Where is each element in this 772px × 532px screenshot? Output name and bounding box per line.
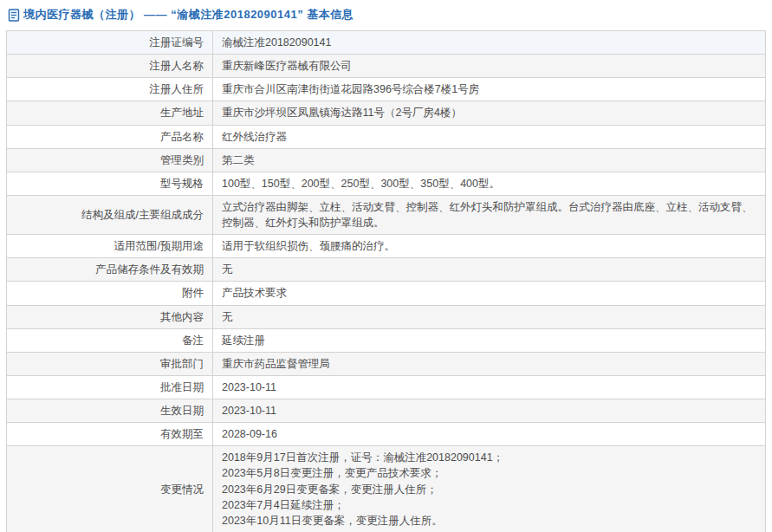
row-value: 延续注册 — [213, 328, 766, 352]
table-row: 批准日期2023-10-11 — [7, 375, 766, 399]
row-label: 备注 — [7, 328, 213, 352]
table-row: 生产地址重庆市沙坪坝区凤凰镇海达路11号（2号厂房4楼） — [7, 101, 766, 125]
row-value: 2028-09-16 — [213, 423, 766, 446]
page-title: 境内医疗器械（注册） —— “渝械注准20182090141” 基本信息 — [23, 7, 354, 23]
row-label: 审批部门 — [7, 352, 213, 375]
table-row: 产品名称红外线治疗器 — [7, 125, 766, 148]
table-row: 适用范围/预期用途适用于软组织损伤、颈腰痛的治疗。 — [7, 235, 766, 258]
row-label: 附件 — [7, 282, 213, 305]
row-label: 适用范围/预期用途 — [7, 235, 213, 258]
row-label: 注册人住所 — [7, 78, 213, 101]
row-value: 立式治疗器由脚架、立柱、活动支臂、控制器、红外灯头和防护罩组成。台式治疗器由底座… — [213, 195, 766, 234]
info-table-body: 注册证编号渝械注准20182090141注册人名称重庆新峰医疗器械有限公司注册人… — [7, 31, 766, 532]
table-row: 生效日期2023-10-11 — [7, 399, 766, 423]
row-value: 重庆市药品监督管理局 — [213, 352, 766, 375]
row-label: 变更情况 — [7, 446, 213, 532]
row-value: 第二类 — [213, 148, 766, 172]
table-row: 其他内容无 — [7, 305, 766, 328]
table-row: 备注延续注册 — [7, 328, 766, 352]
row-label: 结构及组成/主要组成成分 — [7, 195, 213, 234]
row-label: 注册人名称 — [7, 55, 213, 78]
registration-info-table: 注册证编号渝械注准20182090141注册人名称重庆新峰医疗器械有限公司注册人… — [6, 30, 766, 532]
table-row: 注册人住所重庆市合川区南津街街道花园路396号综合楼7楼1号房 — [7, 78, 766, 101]
row-label: 批准日期 — [7, 375, 213, 399]
row-label: 管理类别 — [7, 148, 213, 172]
table-row: 附件产品技术要求 — [7, 282, 766, 305]
row-value: 2023-10-11 — [213, 375, 766, 399]
row-value: 无 — [213, 258, 766, 282]
row-value: 重庆市合川区南津街街道花园路396号综合楼7楼1号房 — [213, 78, 766, 101]
row-value: 2018年9月17日首次注册，证号：渝械注准20182090141； 2023年… — [213, 446, 766, 532]
row-value: 重庆市沙坪坝区凤凰镇海达路11号（2号厂房4楼） — [213, 101, 766, 125]
row-label: 注册证编号 — [7, 31, 213, 55]
row-label: 有效期至 — [7, 423, 213, 446]
row-value: 2023-10-11 — [213, 399, 766, 423]
table-row: 结构及组成/主要组成成分立式治疗器由脚架、立柱、活动支臂、控制器、红外灯头和防护… — [7, 195, 766, 234]
row-label: 生效日期 — [7, 399, 213, 423]
row-label: 型号规格 — [7, 172, 213, 195]
row-label: 产品储存条件及有效期 — [7, 258, 213, 282]
row-label: 生产地址 — [7, 101, 213, 125]
table-row: 注册人名称重庆新峰医疗器械有限公司 — [7, 55, 766, 78]
row-value: 产品技术要求 — [213, 282, 766, 305]
table-row: 管理类别第二类 — [7, 148, 766, 172]
row-label: 其他内容 — [7, 305, 213, 328]
table-row: 变更情况2018年9月17日首次注册，证号：渝械注准20182090141； 2… — [7, 446, 766, 532]
row-value: 渝械注准20182090141 — [213, 31, 766, 55]
row-value: 100型、150型、200型、250型、300型、350型、400型。 — [213, 172, 766, 195]
row-value: 适用于软组织损伤、颈腰痛的治疗。 — [213, 235, 766, 258]
row-value: 红外线治疗器 — [213, 125, 766, 148]
registration-detail-page: 境内医疗器械（注册） —— “渝械注准20182090141” 基本信息 注册证… — [0, 0, 772, 532]
page-header: 境内医疗器械（注册） —— “渝械注准20182090141” 基本信息 — [0, 0, 772, 28]
table-row: 有效期至2028-09-16 — [7, 423, 766, 446]
table-row: 产品储存条件及有效期无 — [7, 258, 766, 282]
row-value: 重庆新峰医疗器械有限公司 — [213, 55, 766, 78]
document-icon — [8, 9, 20, 22]
table-row: 型号规格100型、150型、200型、250型、300型、350型、400型。 — [7, 172, 766, 195]
row-label: 产品名称 — [7, 125, 213, 148]
table-row: 审批部门重庆市药品监督管理局 — [7, 352, 766, 375]
row-value: 无 — [213, 305, 766, 328]
table-row: 注册证编号渝械注准20182090141 — [7, 31, 766, 55]
